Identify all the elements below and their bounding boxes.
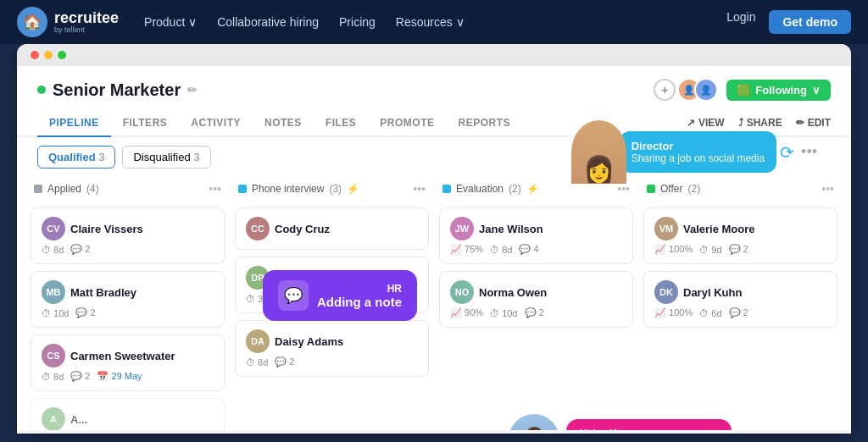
- share-bubble-icon: ⟳: [780, 142, 794, 163]
- col-header-offer: Offer (2) •••: [643, 177, 837, 201]
- carmen-avatar: CS: [42, 344, 65, 367]
- hr-action: Adding a note: [317, 295, 402, 309]
- card-carmen[interactable]: CS Carmen Sweetwater ⏱ 8d 💬 2 📅 29 May: [31, 334, 225, 391]
- applied-menu[interactable]: •••: [209, 182, 221, 196]
- daryl-time: ⏱ 6d: [699, 308, 721, 318]
- maximize-dot[interactable]: [58, 51, 66, 59]
- daryl-score: 📈 100%: [654, 307, 693, 318]
- card-valerie[interactable]: VM Valerie Moore 📈 100% ⏱ 9d 💬 2: [643, 207, 837, 264]
- tab-activity[interactable]: ACTIVITY: [179, 110, 253, 137]
- eval-indicator: [442, 185, 451, 193]
- tab-promote[interactable]: PROMOTE: [368, 110, 446, 137]
- hr-bubble: 💬 HR Adding a note: [263, 270, 417, 321]
- applied-indicator: [34, 185, 42, 193]
- card-a[interactable]: A A...: [31, 398, 225, 430]
- hr-text: HR Adding a note: [317, 283, 402, 309]
- job-title-area: Senior Marketer ✏: [37, 80, 198, 100]
- valerie-avatar: VM: [654, 217, 678, 240]
- edit-title-icon[interactable]: ✏: [187, 83, 198, 97]
- norma-score: 📈 90%: [450, 307, 483, 318]
- browser-bar: [17, 44, 851, 66]
- qualified-filter[interactable]: Qualified 3: [37, 146, 115, 169]
- hiring-text: Hiring Manager Preparing an offer: [580, 428, 682, 430]
- daryl-name: Daryl Kuhn: [683, 286, 742, 299]
- phone-menu[interactable]: •••: [413, 182, 426, 196]
- norma-avatar: NO: [450, 280, 474, 304]
- minimize-dot[interactable]: [44, 51, 53, 59]
- a-avatar: A: [42, 407, 65, 430]
- phone-label: Phone interview: [252, 183, 324, 195]
- column-applied: Applied (4) ••• CV Claire Vissers ⏱ 8d 💬…: [31, 177, 225, 430]
- kanban-board: Applied (4) ••• CV Claire Vissers ⏱ 8d 💬…: [17, 177, 851, 430]
- login-button[interactable]: Login: [726, 10, 755, 34]
- carmen-date: 📅 29 May: [97, 371, 142, 382]
- logo[interactable]: 🏠 recruitee by tellent: [17, 7, 119, 37]
- following-label: Following: [755, 84, 807, 97]
- tab-files[interactable]: FILES: [314, 110, 369, 137]
- col-header-phone: Phone interview (3) ⚡ •••: [235, 177, 429, 201]
- daisy-name: Daisy Adams: [275, 335, 343, 348]
- disqualified-filter[interactable]: Disqualified 3: [122, 146, 210, 169]
- nav-product[interactable]: Product ∨: [144, 15, 197, 29]
- daryl-avatar: DK: [654, 280, 678, 304]
- eval-menu[interactable]: •••: [617, 182, 630, 196]
- claire-comments: 💬 2: [70, 244, 90, 255]
- hiring-role: Hiring Manager: [580, 428, 682, 430]
- tab-filters[interactable]: FILTERS: [111, 110, 180, 137]
- jane-comments: 💬 4: [519, 244, 538, 255]
- more-options-button[interactable]: •••: [801, 143, 817, 161]
- collaborator-avatars: 👤 👤: [684, 78, 718, 102]
- norma-meta: 📈 90% ⏱ 10d 💬 2: [450, 307, 622, 318]
- tab-reports[interactable]: REPORTS: [447, 110, 523, 137]
- card-claire[interactable]: CV Claire Vissers ⏱ 8d 💬 2: [31, 207, 225, 264]
- following-button[interactable]: 🟩 Following ∨: [726, 80, 831, 101]
- tab-pipeline[interactable]: PIPELINE: [37, 110, 111, 137]
- card-daisy[interactable]: DA Daisy Adams ⏱ 8d 💬 2: [235, 320, 429, 377]
- disqualified-count: 3: [193, 151, 199, 163]
- carmen-time: ⏱ 8d: [42, 372, 64, 382]
- director-bubble: Director Sharing a job on social media: [620, 131, 776, 173]
- director-action: Sharing a job on social media: [632, 152, 765, 164]
- card-jane[interactable]: JW Jane Wilson 📈 75% ⏱ 8d 💬 4: [439, 207, 633, 264]
- daisy-time: ⏱ 8d: [246, 357, 268, 367]
- avatar-2: 👤: [694, 78, 718, 102]
- director-avatar: 👩: [571, 120, 626, 184]
- card-norma[interactable]: NO Norma Owen 📈 90% ⏱ 10d 💬 2: [439, 271, 633, 328]
- hiring-bubble: Hiring Manager Preparing an offer 👤+: [566, 419, 732, 430]
- applied-label: Applied: [47, 183, 81, 195]
- nav-right: Login Get demo: [726, 10, 851, 34]
- nav-resources[interactable]: Resources ∨: [396, 15, 465, 29]
- offer-menu[interactable]: •••: [821, 182, 834, 196]
- offer-count: (2): [687, 183, 700, 195]
- valerie-meta: 📈 100% ⏱ 9d 💬 2: [654, 244, 826, 255]
- card-daryl[interactable]: DK Daryl Kuhn 📈 100% ⏱ 6d 💬 2: [643, 271, 837, 328]
- tooltip-director: 👩 Director Sharing a job on social media…: [571, 120, 817, 184]
- filter-row: Qualified 3 Disqualified 3 👩 Director Sh…: [17, 137, 851, 177]
- demo-button[interactable]: Get demo: [769, 10, 851, 34]
- tab-notes[interactable]: NOTES: [253, 110, 314, 137]
- job-header: Senior Marketer ✏ + 👤 👤 🟩 Following ∨: [17, 66, 851, 110]
- jane-score: 📈 75%: [450, 244, 483, 255]
- phone-count: (3): [329, 183, 342, 195]
- close-dot[interactable]: [31, 51, 39, 59]
- tooltip-hiring-manager: 👨‍💼 Hiring Manager Preparing an offer 👤+: [509, 414, 732, 430]
- add-collaborator-button[interactable]: +: [654, 79, 676, 101]
- claire-meta: ⏱ 8d 💬 2: [42, 244, 214, 255]
- daisy-comments: 💬 2: [275, 356, 294, 367]
- logo-text: recruitee by tellent: [54, 10, 119, 34]
- norma-name: Norma Owen: [479, 286, 547, 299]
- logo-icon: 🏠: [17, 7, 47, 37]
- phone-lightning: ⚡: [347, 183, 359, 195]
- claire-name: Claire Vissers: [70, 223, 143, 235]
- nav-pricing[interactable]: Pricing: [339, 15, 376, 29]
- valerie-score: 📈 100%: [654, 244, 693, 255]
- status-dot: [37, 86, 46, 94]
- eval-label: Evaluation: [456, 183, 504, 195]
- eval-lightning: ⚡: [526, 183, 539, 195]
- jane-name: Jane Wilson: [479, 223, 543, 235]
- card-matt[interactable]: MB Matt Bradley ⏱ 10d 💬 2: [31, 271, 225, 328]
- a-name: A...: [70, 413, 87, 426]
- card-cody[interactable]: CC Cody Cruz: [235, 207, 429, 250]
- kanban-wrapper: Applied (4) ••• CV Claire Vissers ⏱ 8d 💬…: [17, 177, 851, 430]
- nav-collab[interactable]: Collaborative hiring: [217, 15, 319, 29]
